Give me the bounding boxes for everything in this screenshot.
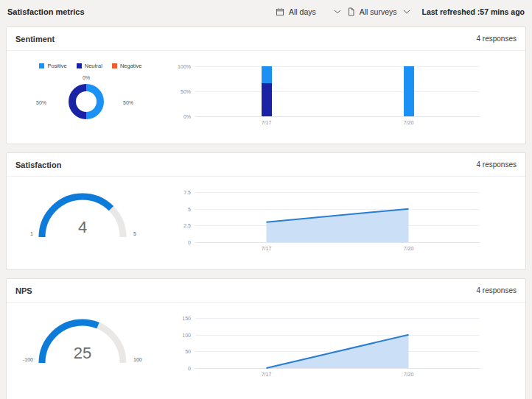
legend-item-positive: Positive (39, 63, 66, 69)
header-controls: All days All surveys Last refreshed :57 … (273, 6, 525, 18)
panel-header: NPS 4 responses (7, 279, 525, 303)
gridline (195, 368, 480, 369)
y-axis-tick: 5 (172, 206, 191, 211)
responses-count: 4 responses (477, 160, 517, 169)
gauge-value: 25 (35, 344, 130, 363)
top-header: Satisfaction metrics All days All survey… (0, 0, 532, 24)
legend-label: Positive (47, 63, 66, 69)
sentiment-legend: Positive Neutral Negative (15, 63, 166, 69)
y-axis-tick: 2.5 (172, 223, 191, 228)
sentiment-donut-chart[interactable] (69, 84, 104, 119)
negative-swatch (112, 63, 117, 68)
sentiment-trend-chart: 7/177/20 100%50%0% (172, 66, 480, 116)
donut-label-right-pct: 50% (123, 100, 133, 105)
sentiment-donut-widget: Positive Neutral Negative 0% 50% 50% (15, 61, 166, 137)
stacked-bar-7/20[interactable] (404, 66, 414, 116)
legend-label: Negative (120, 63, 142, 69)
legend-item-neutral: Neutral (77, 63, 102, 69)
satisfaction-gauge[interactable]: 1 4 5 (15, 187, 166, 258)
y-axis-tick: 50% (172, 89, 191, 94)
survey-icon (347, 7, 355, 16)
sentiment-panel: Sentiment 4 responses Positive Neutral N… (6, 27, 526, 144)
bar-segment-neutral[interactable] (262, 83, 272, 116)
bar-segment-positive[interactable] (262, 66, 272, 83)
neutral-swatch (77, 63, 82, 68)
chevron-down-icon (403, 10, 410, 14)
donut-chart-area: 0% 50% 50% (15, 75, 166, 137)
plot-area: 7/177/20 (195, 192, 480, 242)
nps-trend-chart: 7/177/20 150100500 (172, 318, 480, 368)
plot-area: 7/177/20 (195, 318, 480, 368)
y-axis-tick: 0 (172, 240, 191, 245)
chevron-down-icon (334, 10, 341, 14)
surveys-filter-dropdown[interactable]: All surveys (344, 6, 413, 18)
y-axis-tick: 0% (172, 114, 191, 119)
nps-gauge[interactable]: -100 25 100 (15, 313, 166, 384)
gridline (195, 66, 480, 67)
bar-segment-positive[interactable] (404, 66, 414, 116)
gauge-min-label: -100 (15, 357, 33, 362)
x-axis-tick: 7/17 (262, 372, 272, 377)
x-axis-tick: 7/20 (404, 120, 414, 125)
x-axis-tick: 7/17 (262, 120, 272, 125)
area-series[interactable] (195, 192, 480, 242)
plot-area: 7/177/20 (195, 66, 480, 116)
x-axis-tick: 7/20 (404, 372, 414, 377)
surveys-filter-label: All surveys (360, 7, 397, 16)
gauge-min-label: 1 (15, 231, 33, 236)
donut-label-left-pct: 50% (36, 100, 46, 105)
responses-count: 4 responses (477, 286, 517, 294)
last-refreshed-label: Last refreshed :57 mins ago (422, 7, 525, 16)
legend-item-negative: Negative (112, 63, 142, 69)
y-axis-tick: 7.5 (172, 190, 191, 195)
y-axis-tick: 100% (172, 64, 191, 69)
satisfaction-panel: Satisfaction 4 responses 1 4 5 7/177/20 … (6, 152, 526, 270)
panel-title: Sentiment (15, 35, 55, 43)
gauge-value: 4 (35, 218, 130, 237)
panel-header: Sentiment 4 responses (7, 27, 525, 51)
panel-title: NPS (15, 286, 32, 295)
y-axis-tick: 0 (172, 366, 191, 371)
days-filter-label: All days (289, 7, 316, 16)
responses-count: 4 responses (477, 35, 517, 43)
satisfaction-trend-chart: 7/177/20 7.552.50 (172, 192, 480, 242)
panel-header: Satisfaction 4 responses (7, 153, 525, 177)
x-axis-tick: 7/20 (404, 246, 414, 251)
panel-title: Satisfaction (15, 160, 61, 169)
positive-swatch (39, 63, 44, 68)
nps-panel: NPS 4 responses -100 25 100 7/177/20 150… (6, 278, 526, 399)
donut-label-neutral-pct: 0% (83, 75, 90, 80)
y-axis-tick: 150 (172, 316, 191, 321)
x-axis-tick: 7/17 (262, 246, 272, 251)
stacked-bar-7/17[interactable] (262, 66, 272, 116)
gauge-max-label: 5 (133, 231, 136, 236)
gridline (195, 91, 480, 92)
page-title: Satisfaction metrics (7, 7, 85, 16)
calendar-icon (276, 7, 284, 16)
days-filter-dropdown[interactable]: All days (273, 6, 344, 18)
gridline (195, 242, 480, 243)
area-series[interactable] (195, 318, 480, 368)
gauge-max-label: 100 (133, 357, 142, 362)
legend-label: Neutral (85, 63, 102, 69)
gridline (195, 116, 480, 117)
y-axis-tick: 100 (172, 332, 191, 337)
y-axis-tick: 50 (172, 349, 191, 354)
